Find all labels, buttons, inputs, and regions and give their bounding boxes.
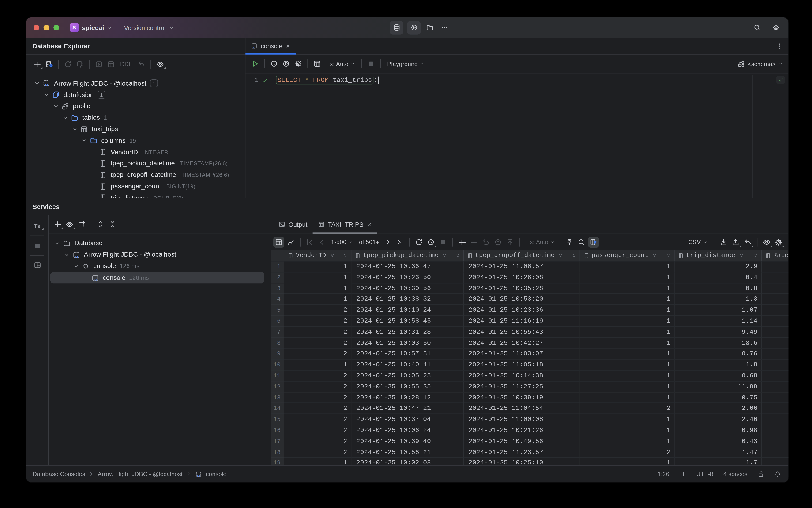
last-page-button[interactable] [395,237,406,247]
cell-passenger_count[interactable]: 1 [580,371,675,382]
cell-tpep_pickup_datetime[interactable]: 2024-01-25 10:55:35 [351,381,464,392]
cell-trip_distance[interactable]: 1.14 [675,316,762,327]
breadcrumb-item[interactable]: Database Consoles [33,471,85,477]
tx-mode-button[interactable]: Tx [33,221,42,231]
cell-tpep_dropoff_datetime[interactable]: 2024-01-25 11:27:25 [464,381,580,392]
tree-item-console[interactable]: console126 ms [50,272,264,283]
tab-options-button[interactable] [775,41,784,51]
cell-rate[interactable] [762,359,788,371]
tree-item-datafusion[interactable]: datafusion1 [26,89,245,100]
cell-vendorid[interactable]: 2 [284,403,351,414]
close-icon[interactable] [285,43,291,48]
tree-item-console[interactable]: console126 ms [49,260,271,272]
parameters-button[interactable] [281,58,291,69]
push-button[interactable] [505,237,516,247]
auto-refresh-button[interactable] [425,237,437,247]
cell-vendorid[interactable]: 2 [284,338,351,349]
view-as-chart-button[interactable] [285,237,296,247]
sql-editor[interactable]: 1 SELECT * FROM taxi_trips; [245,73,788,198]
run-button[interactable] [250,58,261,69]
cell-vendorid[interactable]: 2 [284,381,351,392]
row-number[interactable]: 5 [271,305,284,316]
column-header-rate[interactable]: Rate [762,250,788,261]
cell-trip_distance[interactable]: 0.76 [675,349,762,360]
new-data-source-button[interactable] [32,59,42,70]
tree-item-vendorid[interactable]: VendorIDINTEGER [26,146,245,158]
tx-mode-select[interactable]: Tx: Auto [524,237,558,247]
cell-passenger_count[interactable]: 1 [580,425,675,436]
chevron-down-icon[interactable] [63,251,70,258]
row-number[interactable]: 12 [271,381,284,392]
chevron-down-icon[interactable] [71,126,78,132]
chevron-down-icon[interactable] [62,114,69,121]
cell-tpep_dropoff_datetime[interactable]: 2024-01-25 10:53:20 [464,294,580,305]
cell-tpep_dropoff_datetime[interactable]: 2024-01-25 10:42:27 [464,338,580,349]
tree-item-arrow-flight-jdbc-localhost[interactable]: Arrow Flight JDBC - @localhost1 [26,78,245,89]
column-filter-button[interactable] [588,237,599,247]
ddl-button[interactable]: DDL [118,59,135,70]
cell-tpep_dropoff_datetime[interactable]: 2024-01-25 11:16:19 [464,316,580,327]
cell-tpep_pickup_datetime[interactable]: 2024-01-25 10:57:31 [351,349,464,360]
cell-trip_distance[interactable]: 1.07 [675,305,762,316]
cell-trip_distance[interactable]: 1.3 [675,294,762,305]
export-button[interactable] [730,237,741,247]
cell-rate[interactable] [762,261,788,272]
sort-icon[interactable] [455,252,461,258]
vcs-menu[interactable]: Version control [124,24,174,31]
next-page-button[interactable] [382,237,394,247]
cell-trip_distance[interactable]: 18.6 [675,338,762,349]
cell-passenger_count[interactable]: 1 [580,305,675,316]
stop-button[interactable] [438,237,449,247]
view-options-button[interactable] [155,59,166,70]
revert-button[interactable] [481,237,492,247]
cell-trip_distance[interactable]: 1.7 [675,458,762,465]
cell-tpep_dropoff_datetime[interactable]: 2024-01-25 10:14:38 [464,371,580,382]
cell-rate[interactable] [762,392,788,404]
tab-output[interactable]: Output [273,215,313,234]
open-table-button[interactable] [105,59,117,70]
first-page-button[interactable] [304,237,315,247]
sort-icon[interactable] [753,252,759,258]
row-number[interactable]: 7 [271,327,284,338]
cell-passenger_count[interactable]: 1 [580,294,675,305]
cell-tpep_dropoff_datetime[interactable]: 2024-01-25 11:04:54 [464,403,580,414]
refresh-button[interactable] [62,59,73,70]
tree-item-database[interactable]: Database [49,237,271,249]
cell-tpep_dropoff_datetime[interactable]: 2024-01-25 10:26:08 [464,272,580,283]
cell-trip_distance[interactable]: 1.47 [675,447,762,458]
cell-vendorid[interactable]: 2 [284,316,351,327]
chevron-down-icon[interactable] [73,263,80,269]
cell-vendorid[interactable]: 2 [284,371,351,382]
cell-passenger_count[interactable]: 1 [580,272,675,283]
row-number[interactable]: 2 [271,272,284,283]
cell-vendorid[interactable]: 1 [284,458,351,465]
find-button[interactable] [576,237,587,247]
inspection-status-widget[interactable] [776,76,785,84]
tree-item-taxi-trips[interactable]: taxi_trips [26,123,245,135]
cell-vendorid[interactable]: 2 [284,327,351,338]
cell-trip_distance[interactable]: 2.06 [675,403,762,414]
cell-passenger_count[interactable]: 1 [580,414,675,425]
cell-tpep_pickup_datetime[interactable]: 2024-01-25 10:05:23 [351,371,464,382]
cell-tpep_pickup_datetime[interactable]: 2024-01-25 10:47:21 [351,403,464,414]
cell-trip_distance[interactable]: 0.8 [675,283,762,294]
tree-item-columns[interactable]: columns19 [26,135,245,146]
expand-all-button[interactable] [95,219,106,230]
cell-rate[interactable] [762,338,788,349]
export-format-select[interactable]: CSV [686,237,710,247]
schema-selector[interactable]: <schema> [738,60,783,67]
cell-tpep_pickup_datetime[interactable]: 2024-01-25 10:58:45 [351,316,464,327]
cell-rate[interactable] [762,371,788,382]
cell-rate[interactable] [762,403,788,414]
chevron-down-icon[interactable] [52,103,59,110]
row-number[interactable]: 11 [271,371,284,382]
cell-passenger_count[interactable]: 1 [580,436,675,447]
encoding-widget[interactable]: UTF-8 [696,471,713,477]
layout-options-button[interactable] [33,260,42,270]
console-settings-button[interactable] [293,58,304,69]
row-number[interactable]: 16 [271,425,284,436]
cell-vendorid[interactable]: 2 [284,447,351,458]
import-button[interactable] [718,237,729,247]
row-number[interactable]: 9 [271,349,284,360]
chevron-down-icon[interactable] [81,137,88,144]
